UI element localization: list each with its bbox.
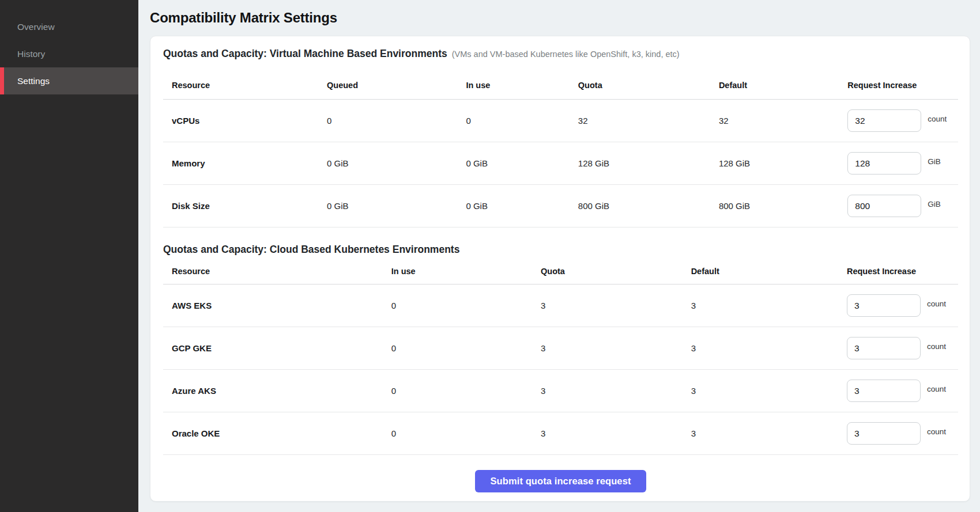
section-heading-row: Quotas and Capacity: Cloud Based Kuberne… (163, 242, 958, 257)
cell-in-use: 0 (391, 301, 541, 310)
page-title: Compatibility Matrix Settings (150, 10, 970, 26)
cell-queued: 0 GiB (327, 201, 466, 211)
unit-label: count (927, 427, 946, 436)
header-cell-default: Default (719, 81, 847, 90)
submit-quota-increase-button[interactable]: Submit quota increase request (475, 470, 646, 492)
cell-quota: 800 GiB (578, 201, 719, 211)
table-header-row: ResourceIn useQuotaDefaultRequest Increa… (163, 257, 958, 285)
cell-quota: 3 (541, 301, 691, 310)
cell-in-use: 0 (391, 428, 541, 438)
app-window: OverviewHistorySettings Compatibility Ma… (0, 0, 980, 512)
cell-request-increase: GiB (847, 195, 958, 217)
table-row-aws-eks: AWS EKS033count (163, 285, 958, 327)
sidebar-nav: OverviewHistorySettings (0, 0, 138, 512)
unit-label: GiB (928, 200, 941, 208)
section-subtitle: (VMs and VM-based Kubernetes like OpenSh… (452, 50, 680, 59)
cell-request-increase: GiB (847, 152, 958, 175)
table-row-memory: Memory0 GiB0 GiB128 GiB128 GiBGiB (163, 142, 958, 185)
settings-card: Quotas and Capacity: Virtual Machine Bas… (150, 36, 970, 502)
section-vm-environments: Quotas and Capacity: Virtual Machine Bas… (163, 47, 958, 227)
header-cell-resource: Resource (163, 81, 327, 90)
cell-quota: 3 (541, 386, 691, 396)
cell-default: 3 (691, 428, 847, 438)
cell-quota: 128 GiB (578, 158, 719, 168)
unit-label: count (927, 385, 946, 393)
header-cell-request-increase: Request Increase (847, 267, 958, 276)
cell-default: 32 (719, 116, 847, 126)
cell-default: 3 (691, 386, 847, 396)
sidebar-item-label: Settings (17, 76, 50, 86)
table-row-azure-aks: Azure AKS033count (163, 370, 958, 412)
request-increase-input-oracle-oke[interactable] (847, 422, 921, 445)
cell-in-use: 0 (391, 343, 541, 353)
request-increase-input-aws-eks[interactable] (847, 294, 921, 317)
cell-queued: 0 GiB (327, 158, 466, 168)
cell-in-use: 0 (466, 116, 578, 126)
table-header-row: ResourceQueuedIn useQuotaDefaultRequest … (163, 61, 958, 100)
cell-quota: 32 (578, 116, 719, 126)
section-heading: Quotas and Capacity: Virtual Machine Bas… (163, 48, 447, 59)
cell-default: 3 (691, 301, 847, 310)
request-increase-input-memory[interactable] (847, 152, 921, 175)
section-heading: Quotas and Capacity: Cloud Based Kuberne… (163, 244, 459, 255)
unit-label: count (927, 299, 946, 308)
cell-resource: AWS EKS (163, 301, 391, 310)
unit-label: count (928, 115, 947, 123)
cell-request-increase: count (847, 294, 958, 317)
header-cell-in-use: In use (466, 81, 578, 90)
table-row-vcpus: vCPUs003232count (163, 100, 958, 142)
cell-resource: Memory (163, 158, 327, 168)
header-cell-quota: Quota (541, 267, 691, 276)
cell-default: 128 GiB (719, 158, 847, 168)
request-increase-input-vcpus[interactable] (847, 109, 921, 132)
cell-queued: 0 (327, 116, 466, 126)
cell-default: 3 (691, 343, 847, 353)
cell-in-use: 0 (391, 386, 541, 396)
header-cell-in-use: In use (391, 267, 541, 276)
table-row-oracle-oke: Oracle OKE033count (163, 412, 958, 455)
unit-label: GiB (928, 157, 941, 166)
cell-request-increase: count (847, 422, 958, 445)
table-row-gcp-gke: GCP GKE033count (163, 327, 958, 370)
cell-request-increase: count (847, 337, 958, 359)
section-cloud-kubernetes: Quotas and Capacity: Cloud Based Kuberne… (163, 242, 958, 455)
cell-resource: Disk Size (163, 201, 327, 211)
request-increase-input-gcp-gke[interactable] (847, 337, 921, 359)
active-item-accent-bar (0, 67, 4, 94)
table-row-disk-size: Disk Size0 GiB0 GiB800 GiB800 GiBGiB (163, 185, 958, 227)
cell-default: 800 GiB (719, 201, 847, 211)
sidebar-item-label: History (17, 49, 45, 59)
sidebar-item-label: Overview (17, 22, 55, 32)
cell-quota: 3 (541, 343, 691, 353)
cell-resource: Oracle OKE (163, 428, 391, 438)
header-cell-quota: Quota (578, 81, 719, 90)
section-heading-row: Quotas and Capacity: Virtual Machine Bas… (163, 47, 958, 61)
header-cell-default: Default (691, 267, 847, 276)
sidebar-item-overview[interactable]: Overview (0, 13, 138, 40)
header-cell-queued: Queued (327, 81, 466, 90)
request-increase-input-azure-aks[interactable] (847, 380, 921, 402)
cell-request-increase: count (847, 380, 958, 402)
quota-sections: Quotas and Capacity: Virtual Machine Bas… (163, 47, 958, 455)
main-content: Compatibility Matrix Settings Quotas and… (138, 0, 980, 512)
sidebar-item-settings[interactable]: Settings (0, 67, 138, 94)
cell-resource: Azure AKS (163, 386, 391, 396)
cell-resource: GCP GKE (163, 343, 391, 353)
sidebar-item-history[interactable]: History (0, 40, 138, 67)
cell-in-use: 0 GiB (466, 201, 578, 211)
cell-in-use: 0 GiB (466, 158, 578, 168)
unit-label: count (927, 342, 946, 351)
header-cell-resource: Resource (163, 267, 391, 276)
request-increase-input-disk-size[interactable] (847, 195, 921, 217)
cell-resource: vCPUs (163, 116, 327, 126)
header-cell-request-increase: Request Increase (847, 81, 958, 90)
cell-request-increase: count (847, 109, 958, 132)
submit-button-row: Submit quota increase request (163, 470, 958, 492)
cell-quota: 3 (541, 428, 691, 438)
